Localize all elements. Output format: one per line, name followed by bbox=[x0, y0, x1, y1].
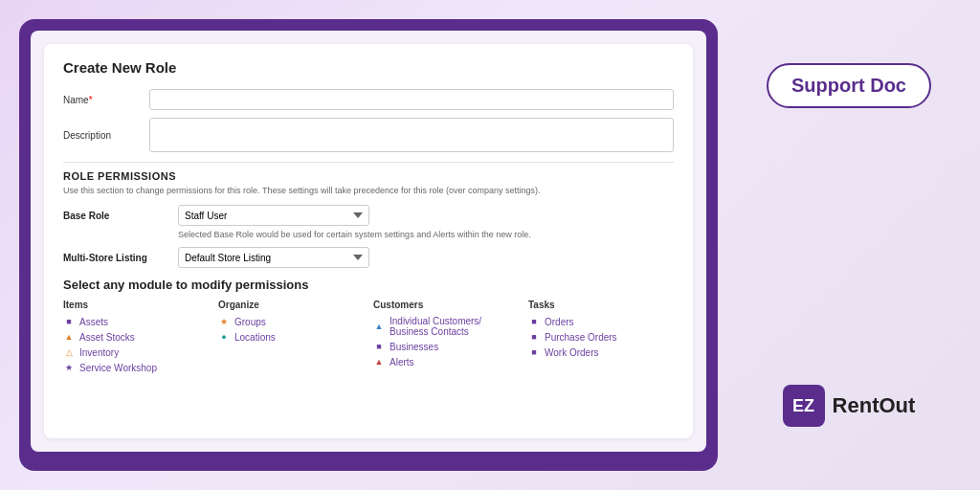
ez-rentout-text: RentOut bbox=[833, 393, 916, 418]
orders-link[interactable]: Orders bbox=[545, 317, 574, 327]
multi-store-label: Multi-Store Listing bbox=[63, 253, 168, 263]
list-item[interactable]: ■ Assets bbox=[63, 316, 209, 327]
orders-icon: ■ bbox=[528, 316, 540, 327]
list-item[interactable]: ■ Orders bbox=[528, 316, 674, 327]
laptop-screen: Create New Role Name* Description ROLE P… bbox=[31, 31, 706, 452]
individual-customers-link[interactable]: Individual Customers/Business Contacts bbox=[390, 316, 481, 337]
list-item[interactable]: ● Locations bbox=[218, 331, 364, 343]
work-orders-icon: ■ bbox=[528, 346, 540, 358]
base-role-select[interactable]: Staff User bbox=[178, 205, 369, 226]
base-role-hint: Selected Base Role would be used for cer… bbox=[178, 230, 674, 239]
groups-link[interactable]: Groups bbox=[234, 317, 266, 327]
service-workshop-link[interactable]: Service Workshop bbox=[79, 363, 157, 373]
list-item[interactable]: ■ Work Orders bbox=[528, 346, 674, 358]
right-panel: Support Doc EZ RentOut bbox=[737, 63, 961, 427]
description-field-row: Description bbox=[63, 118, 674, 152]
module-items: Items ■ Assets ▲ Asset Stocks △ Inventor… bbox=[63, 300, 209, 377]
name-input[interactable] bbox=[149, 89, 674, 110]
purchase-orders-icon: ■ bbox=[528, 331, 540, 343]
businesses-icon: ■ bbox=[373, 341, 385, 352]
module-organize: Organize ★ Groups ● Locations bbox=[218, 300, 364, 377]
list-item[interactable]: ★ Groups bbox=[218, 316, 364, 327]
list-item[interactable]: ★ Service Workshop bbox=[63, 362, 209, 373]
asset-stocks-icon: ▲ bbox=[63, 331, 75, 343]
divider-1 bbox=[63, 162, 674, 163]
list-item[interactable]: ■ Purchase Orders bbox=[528, 331, 674, 343]
alerts-link[interactable]: Alerts bbox=[390, 357, 414, 368]
support-doc-label: Support Doc bbox=[791, 75, 906, 97]
support-doc-button[interactable]: Support Doc bbox=[767, 63, 931, 108]
role-permissions-desc: Use this section to change permissions f… bbox=[63, 186, 674, 195]
modules-grid: Items ■ Assets ▲ Asset Stocks △ Inventor… bbox=[63, 300, 674, 377]
locations-link[interactable]: Locations bbox=[234, 332, 276, 343]
list-item[interactable]: △ Inventory bbox=[63, 346, 209, 358]
businesses-link[interactable]: Businesses bbox=[390, 342, 438, 352]
name-label: Name* bbox=[63, 95, 140, 105]
locations-icon: ● bbox=[218, 331, 230, 343]
base-role-label: Base Role bbox=[63, 211, 168, 221]
laptop-frame: Create New Role Name* Description ROLE P… bbox=[19, 19, 718, 471]
description-label: Description bbox=[63, 130, 140, 141]
assets-icon: ■ bbox=[63, 316, 75, 327]
module-customers: Customers ▲ Individual Customers/Busines… bbox=[373, 300, 519, 377]
individual-customers-icon: ▲ bbox=[373, 321, 385, 332]
list-item[interactable]: ▲ Individual Customers/Business Contacts bbox=[373, 316, 519, 337]
base-role-row: Base Role Staff User bbox=[63, 205, 674, 226]
groups-icon: ★ bbox=[218, 316, 230, 327]
modules-title: Select any module to modify permissions bbox=[63, 278, 674, 292]
work-orders-link[interactable]: Work Orders bbox=[545, 347, 599, 358]
items-col-title: Items bbox=[63, 300, 209, 310]
list-item[interactable]: ▲ Alerts bbox=[373, 356, 519, 368]
role-permissions-title: ROLE PERMISSIONS bbox=[63, 170, 674, 182]
inventory-link[interactable]: Inventory bbox=[79, 347, 119, 358]
description-input[interactable] bbox=[149, 118, 674, 152]
list-item[interactable]: ■ Businesses bbox=[373, 341, 519, 352]
form-container: Create New Role Name* Description ROLE P… bbox=[44, 44, 693, 438]
module-tasks: Tasks ■ Orders ■ Purchase Orders ■ Work … bbox=[528, 300, 674, 377]
assets-link[interactable]: Assets bbox=[79, 317, 108, 327]
list-item[interactable]: ▲ Asset Stocks bbox=[63, 331, 209, 343]
ez-rentout-logo: EZ RentOut bbox=[783, 385, 916, 427]
multi-store-select[interactable]: Default Store Listing bbox=[178, 247, 369, 268]
organize-col-title: Organize bbox=[218, 300, 364, 310]
name-field-row: Name* bbox=[63, 89, 674, 110]
service-workshop-icon: ★ bbox=[63, 362, 75, 373]
ez-badge: EZ bbox=[783, 385, 825, 427]
customers-col-title: Customers bbox=[373, 300, 519, 310]
inventory-icon: △ bbox=[63, 346, 75, 358]
alerts-icon: ▲ bbox=[373, 356, 385, 368]
asset-stocks-link[interactable]: Asset Stocks bbox=[79, 332, 135, 343]
purchase-orders-link[interactable]: Purchase Orders bbox=[545, 332, 617, 343]
multi-store-row: Multi-Store Listing Default Store Listin… bbox=[63, 247, 674, 268]
page-title: Create New Role bbox=[63, 59, 674, 76]
tasks-col-title: Tasks bbox=[528, 300, 674, 310]
